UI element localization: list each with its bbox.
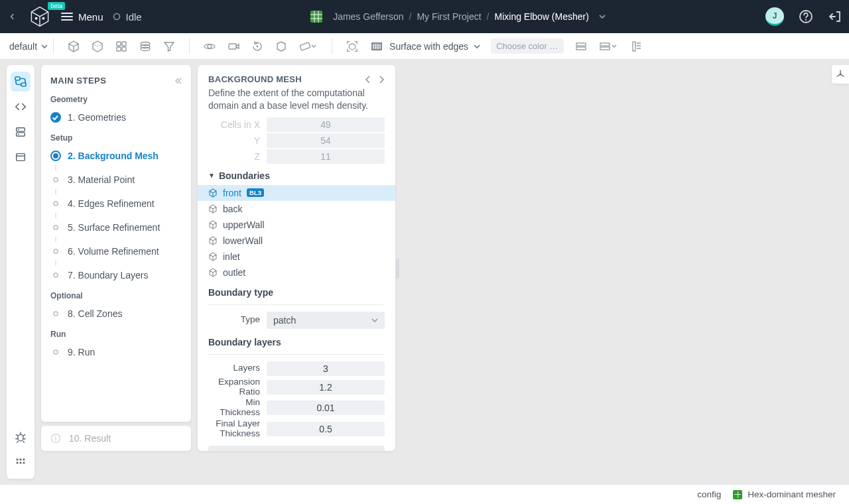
- step-edges-refinement[interactable]: 4. Edges Refinement: [50, 194, 182, 213]
- surface-edges-icon: [369, 39, 384, 54]
- breadcrumb-dropdown-icon[interactable]: [598, 13, 606, 21]
- left-rail: [7, 65, 34, 479]
- exit-button[interactable]: [828, 9, 842, 24]
- chevron-down-icon: [41, 43, 48, 50]
- svg-rect-32: [20, 459, 22, 461]
- collapse-steps-button[interactable]: [174, 77, 182, 85]
- svg-rect-25: [17, 128, 25, 131]
- boundary-type-select[interactable]: patch: [267, 312, 385, 329]
- step-geometries[interactable]: 1. Geometries: [50, 108, 182, 127]
- orbit-icon[interactable]: [203, 40, 216, 53]
- inspector-prev-button[interactable]: [365, 76, 371, 84]
- footer-config[interactable]: config: [697, 489, 721, 499]
- viewport-axes-button[interactable]: [832, 65, 849, 84]
- final-layer-thickness-input[interactable]: 0.5: [267, 422, 385, 436]
- breadcrumb-current[interactable]: Mixing Elbow (Mesher): [495, 11, 589, 22]
- surface-mode-dropdown[interactable]: Surface with edges: [369, 39, 480, 54]
- help-button[interactable]: [799, 9, 813, 24]
- rail-bug-button[interactable]: [11, 427, 31, 447]
- svg-point-30: [18, 434, 23, 441]
- grid-icon[interactable]: [115, 40, 128, 53]
- rail-code-button[interactable]: [11, 97, 31, 117]
- legend-icon[interactable]: [630, 40, 643, 53]
- boundary-item-lowerWall[interactable]: lowerWall: [198, 233, 395, 249]
- steps-panel: MAIN STEPS Geometry1. GeometriesSetup2. …: [41, 65, 191, 422]
- step-run[interactable]: 9. Run: [50, 343, 182, 361]
- svg-rect-33: [23, 459, 25, 461]
- svg-point-1: [42, 17, 44, 20]
- rotate-icon[interactable]: [251, 40, 264, 53]
- footer-mesher[interactable]: Hex-dominant mesher: [733, 489, 836, 499]
- rail-apps-button[interactable]: [11, 452, 31, 472]
- boundary-item-back[interactable]: back: [198, 201, 395, 217]
- cells-y-input[interactable]: 54: [267, 133, 385, 148]
- title-bar: beta Menu Idle James Gefferson / My Firs…: [0, 0, 849, 33]
- boundary-item-inlet[interactable]: inlet: [198, 249, 395, 265]
- camera-icon[interactable]: [227, 40, 240, 53]
- steps-group-label: Optional: [50, 291, 182, 300]
- svg-point-0: [35, 17, 38, 20]
- svg-rect-9: [122, 47, 126, 51]
- svg-rect-8: [117, 47, 121, 51]
- colormap-icon[interactable]: [574, 40, 588, 53]
- svg-point-38: [55, 436, 56, 437]
- step-cell-zones[interactable]: 8. Cell Zones: [50, 304, 182, 323]
- project-type-icon: [309, 9, 324, 24]
- cube-wire-icon[interactable]: [91, 40, 104, 53]
- svg-rect-24: [21, 83, 26, 86]
- layers-input[interactable]: 3: [267, 361, 385, 376]
- chevron-down-icon: [474, 43, 480, 50]
- min-thickness-input[interactable]: 0.01: [267, 401, 385, 415]
- cells-x-input[interactable]: 49: [267, 117, 385, 132]
- chevron-down-icon: [371, 317, 378, 324]
- ruler-dropdown-icon[interactable]: [298, 40, 318, 53]
- colormap-dropdown-icon[interactable]: [598, 40, 620, 53]
- remove-layers-button[interactable]: Remove layers: [208, 446, 385, 451]
- filter-icon[interactable]: [163, 40, 176, 53]
- boundary-item-outlet[interactable]: outlet: [198, 265, 395, 281]
- svg-rect-36: [23, 462, 25, 464]
- status-dot-icon: [113, 13, 121, 21]
- cube-front-icon[interactable]: [67, 40, 80, 53]
- step-background-mesh[interactable]: 2. Background Mesh: [50, 147, 182, 165]
- step-boundary-layers[interactable]: 7. Boundary Layers: [50, 266, 182, 284]
- expansion-ratio-input[interactable]: 1.2: [267, 380, 385, 395]
- cells-z-input[interactable]: 11: [267, 149, 385, 164]
- layers-icon[interactable]: [139, 40, 152, 53]
- box-icon[interactable]: [275, 40, 288, 53]
- rail-window-button[interactable]: [11, 147, 31, 167]
- breadcrumb-user[interactable]: James Gefferson: [333, 11, 403, 22]
- result-label: 10. Result: [69, 433, 111, 444]
- boundaries-section-header[interactable]: ▼Boundaries: [208, 170, 385, 181]
- fit-view-icon[interactable]: [346, 40, 359, 53]
- inspector-panel: BACKGROUND MESH Define the extent of the…: [198, 65, 395, 451]
- status-bar: config Hex-dominant mesher: [0, 484, 849, 504]
- rail-workflow-button[interactable]: [11, 72, 31, 92]
- panel-resize-handle[interactable]: [395, 259, 399, 279]
- boundary-layer-badge: BL3: [247, 188, 264, 197]
- step-label: 2. Background Mesh: [68, 151, 159, 161]
- color-field-select[interactable]: Choose color fi…: [491, 38, 564, 54]
- boundary-item-upperWall[interactable]: upperWall: [198, 217, 395, 233]
- svg-rect-31: [17, 459, 19, 461]
- boundary-type-header: Boundary type: [208, 287, 385, 298]
- inspector-title: BACKGROUND MESH: [208, 74, 302, 84]
- step-material-point[interactable]: 3. Material Point: [50, 170, 182, 189]
- user-avatar[interactable]: J: [765, 7, 784, 26]
- svg-point-28: [18, 134, 19, 135]
- step-label: 7. Boundary Layers: [68, 270, 148, 281]
- svg-rect-17: [300, 42, 310, 50]
- boundary-item-front[interactable]: frontBL3: [198, 185, 395, 201]
- back-button[interactable]: [7, 3, 19, 30]
- main-menu-button[interactable]: Menu: [61, 11, 103, 23]
- svg-rect-20: [600, 43, 610, 46]
- rail-storage-button[interactable]: [11, 122, 31, 142]
- step-volume-refinement[interactable]: 6. Volume Refinement: [50, 242, 182, 261]
- view-preset-dropdown[interactable]: default: [9, 41, 48, 52]
- step-surface-refinement[interactable]: 5. Surface Refinement: [50, 218, 182, 237]
- svg-rect-29: [17, 154, 25, 161]
- inspector-next-button[interactable]: [378, 76, 385, 84]
- breadcrumb-project[interactable]: My First Project: [417, 11, 481, 22]
- svg-point-2: [113, 14, 119, 20]
- svg-rect-39: [55, 438, 56, 441]
